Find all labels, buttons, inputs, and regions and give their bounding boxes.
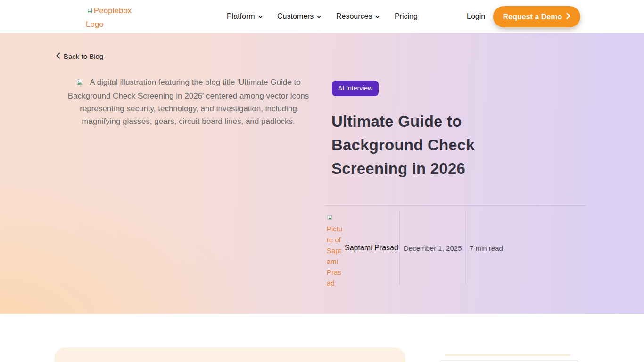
sidebar-card-top (438, 360, 580, 362)
sidebar-card-accent-line (445, 354, 571, 356)
chevron-down-icon (316, 12, 322, 21)
meta-vertical-divider (399, 211, 400, 285)
featured-image-broken: A digital illustration featuring the blo… (60, 76, 317, 128)
back-to-blog-link[interactable]: Back to Blog (56, 52, 103, 60)
nav-resources-label: Resources (336, 12, 372, 21)
category-badge[interactable]: AI Interview (332, 81, 379, 96)
broken-image-icon (76, 77, 83, 90)
author-avatar-alt-text: Picture of Saptami Prasad (327, 225, 342, 287)
broken-image-icon (86, 5, 93, 18)
chevron-down-icon (375, 12, 380, 21)
blog-post-page: Peoplebox Logo Platform Customers Resour… (0, 0, 644, 362)
post-date: December 1, 2025 (404, 244, 462, 252)
author-divider (325, 205, 586, 206)
author-name[interactable]: Saptami Prasad (345, 244, 398, 252)
login-link[interactable]: Login (467, 12, 485, 21)
nav-platform-label: Platform (227, 12, 255, 21)
nav-item-platform[interactable]: Platform (227, 12, 263, 21)
request-demo-label: Request a Demo (503, 13, 562, 21)
author-avatar-broken-image: Picture of Saptami Prasad (327, 212, 345, 288)
nav-item-pricing[interactable]: Pricing (395, 12, 418, 21)
chevron-down-icon (258, 12, 263, 21)
back-to-blog-label: Back to Blog (64, 52, 103, 60)
nav-pricing-label: Pricing (395, 12, 418, 21)
logo-broken-image[interactable]: Peoplebox Logo (86, 4, 136, 31)
nav-customers-label: Customers (277, 12, 314, 21)
author-meta-row: Picture of Saptami Prasad Saptami Prasad… (325, 210, 586, 286)
site-header: Peoplebox Logo Platform Customers Resour… (0, 0, 644, 33)
read-time: 7 min read (470, 244, 503, 252)
article-content-card-top (54, 347, 405, 362)
nav-item-customers[interactable]: Customers (277, 12, 322, 21)
chevron-right-icon (566, 13, 570, 21)
chevron-left-icon (56, 52, 60, 60)
hero-section: Back to Blog A digital illustration feat… (0, 33, 644, 314)
request-demo-button[interactable]: Request a Demo (493, 6, 580, 27)
post-title: Ultimate Guide to Background Check Scree… (331, 110, 513, 181)
broken-image-icon (327, 213, 333, 223)
nav-item-resources[interactable]: Resources (336, 12, 380, 21)
featured-image-alt-text: A digital illustration featuring the blo… (68, 78, 309, 126)
meta-vertical-divider (465, 211, 466, 285)
post-header-column: AI Interview Ultimate Guide to Backgroun… (325, 33, 587, 314)
